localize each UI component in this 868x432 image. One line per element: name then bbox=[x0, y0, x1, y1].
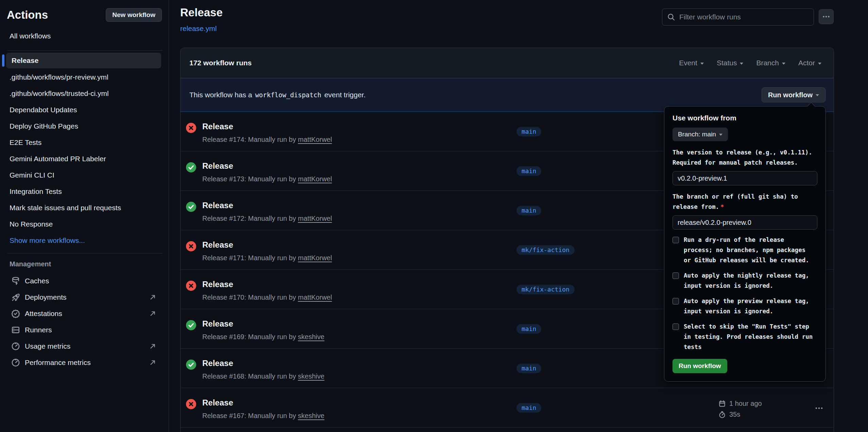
filter-actor[interactable]: Actor bbox=[798, 59, 821, 67]
sidebar-item-performance-metrics[interactable]: Performance metrics bbox=[0, 354, 169, 371]
chevron-down-icon bbox=[700, 63, 704, 66]
actor-link[interactable]: skeshive bbox=[298, 372, 324, 380]
ref-input[interactable] bbox=[673, 215, 817, 230]
run-title-link[interactable]: Release bbox=[202, 201, 233, 210]
page-title: Release bbox=[180, 6, 223, 19]
run-time: 1 hour ago bbox=[729, 400, 762, 408]
run-title-link[interactable]: Release bbox=[202, 240, 233, 250]
sidebar-item-release-selected[interactable]: Release bbox=[6, 53, 161, 68]
sidebar-item-workflow[interactable]: Gemini Automated PR Labeler bbox=[0, 151, 169, 167]
chevron-down-icon bbox=[818, 63, 821, 66]
actor-link[interactable]: mattKorwel bbox=[298, 215, 332, 222]
run-workflow-submit-button[interactable]: Run workflow bbox=[673, 359, 727, 373]
sidebar-item-usage-metrics[interactable]: Usage metrics bbox=[0, 338, 169, 354]
run-title-link[interactable]: Release bbox=[202, 280, 233, 289]
sidebar-item-label: Deployments bbox=[25, 293, 67, 301]
workflow-options-kebab-button[interactable] bbox=[819, 9, 834, 24]
management-section-title: Management bbox=[10, 260, 51, 268]
sidebar-item-workflow[interactable]: .github/workflows/pr-review.yml bbox=[0, 69, 169, 85]
sidebar-item-workflow[interactable]: .github/workflows/trusted-ci.yml bbox=[0, 85, 169, 102]
dry-run-option: Run a dry-run of the release process; no… bbox=[673, 235, 817, 265]
preview-tag-checkbox[interactable] bbox=[673, 298, 679, 304]
dry-run-checkbox[interactable] bbox=[673, 237, 679, 243]
sidebar-item-all-workflows[interactable]: All workflows bbox=[10, 32, 51, 40]
branch-badge[interactable]: main bbox=[516, 403, 541, 413]
filter-branch[interactable]: Branch bbox=[756, 59, 785, 67]
branch-badge[interactable]: main bbox=[516, 127, 541, 136]
run-description: Release #169: Manually run by skeshive bbox=[202, 333, 324, 341]
sidebar-item-label: Performance metrics bbox=[25, 359, 91, 367]
nightly-tag-option: Auto apply the nightly release tag, inpu… bbox=[673, 270, 817, 291]
sidebar-item-workflow[interactable]: Mark stale issues and pull requests bbox=[0, 200, 169, 216]
filter-status[interactable]: Status bbox=[717, 59, 744, 67]
show-more-workflows-link[interactable]: Show more workflows... bbox=[0, 232, 169, 249]
meter-icon bbox=[11, 358, 20, 367]
sidebar-item-label: Attestations bbox=[25, 310, 62, 318]
sidebar-item-workflow[interactable]: Dependabot Updates bbox=[0, 102, 169, 118]
branch-badge[interactable]: main bbox=[516, 324, 541, 334]
actor-link[interactable]: mattKorwel bbox=[298, 254, 332, 262]
branch-badge[interactable]: main bbox=[516, 364, 541, 373]
failure-icon bbox=[186, 399, 196, 409]
sidebar-item-workflow[interactable]: Gemini CLI CI bbox=[0, 167, 169, 183]
sidebar-item-attestations[interactable]: Attestations bbox=[0, 305, 169, 322]
branch-selector-button[interactable]: Branch: main bbox=[673, 128, 728, 141]
success-icon bbox=[186, 360, 196, 370]
branch-badge[interactable]: main bbox=[516, 166, 541, 176]
run-description: Release #167: Manually run by skeshive bbox=[202, 412, 324, 420]
new-workflow-button[interactable]: New workflow bbox=[106, 8, 162, 22]
sidebar-item-workflow[interactable]: No Response bbox=[0, 216, 169, 232]
branch-badge[interactable]: mk/fix-action bbox=[516, 245, 575, 255]
run-title-link[interactable]: Release bbox=[202, 359, 233, 368]
rocket-icon bbox=[11, 293, 20, 302]
failure-icon bbox=[186, 281, 196, 291]
run-title-link[interactable]: Release bbox=[202, 398, 233, 408]
nightly-tag-checkbox[interactable] bbox=[673, 272, 679, 279]
sidebar-item-workflow[interactable]: Integration Tests bbox=[0, 183, 169, 200]
external-link-icon bbox=[149, 294, 156, 301]
run-description: Release #174: Manually run by mattKorwel bbox=[202, 136, 332, 144]
kebab-icon bbox=[822, 13, 830, 21]
run-count: 172 workflow runs bbox=[189, 59, 252, 67]
actor-link[interactable]: skeshive bbox=[298, 412, 324, 419]
selected-indicator-bar bbox=[2, 54, 4, 67]
stopwatch-icon bbox=[718, 411, 726, 418]
actor-link[interactable]: mattKorwel bbox=[298, 136, 332, 143]
checkbox-label: Auto apply the nightly release tag, inpu… bbox=[684, 270, 816, 291]
skip-tests-checkbox[interactable] bbox=[673, 323, 679, 330]
run-description: Release #173: Manually run by mattKorwel bbox=[202, 175, 332, 183]
external-link-icon bbox=[149, 359, 156, 366]
sidebar-item-label: Runners bbox=[25, 326, 52, 334]
branch-badge[interactable]: mk/fix-action bbox=[516, 285, 575, 294]
run-workflow-panel: Use workflow from Branch: main The versi… bbox=[664, 106, 826, 382]
run-workflow-dropdown-button[interactable]: Run workflow bbox=[762, 87, 826, 102]
run-options-kebab-button[interactable] bbox=[812, 403, 827, 413]
kebab-icon bbox=[815, 404, 823, 413]
version-input[interactable] bbox=[673, 171, 817, 185]
search-input[interactable] bbox=[679, 13, 809, 21]
workflow-file-link[interactable]: release.yml bbox=[180, 24, 217, 33]
sidebar-item-caches[interactable]: Caches bbox=[0, 273, 169, 289]
branch-badge[interactable]: main bbox=[516, 206, 541, 215]
checkbox-label: Auto apply the preview release tag, inpu… bbox=[684, 296, 816, 316]
filter-event[interactable]: Event bbox=[679, 59, 704, 67]
checkbox-label: Run a dry-run of the release process; no… bbox=[684, 235, 816, 265]
sidebar-item-workflow[interactable]: Deploy GitHub Pages bbox=[0, 118, 169, 134]
actor-link[interactable]: mattKorwel bbox=[298, 294, 332, 301]
sidebar-item-workflow[interactable]: E2E Tests bbox=[0, 134, 169, 151]
required-marker: * bbox=[720, 203, 724, 210]
run-title-link[interactable]: Release bbox=[202, 122, 233, 131]
chevron-down-icon bbox=[740, 63, 743, 66]
chevron-down-icon bbox=[782, 63, 785, 66]
version-input-label: The version to release (e.g., v0.1.11). … bbox=[673, 147, 817, 168]
sidebar-item-label: Caches bbox=[25, 277, 49, 285]
failure-icon bbox=[186, 241, 196, 251]
sidebar-item-deployments[interactable]: Deployments bbox=[0, 289, 169, 305]
actor-link[interactable]: mattKorwel bbox=[298, 175, 332, 183]
search-icon bbox=[667, 13, 675, 21]
run-title-link[interactable]: Release bbox=[202, 319, 233, 329]
actor-link[interactable]: skeshive bbox=[298, 333, 324, 340]
sidebar-item-runners[interactable]: Runners bbox=[0, 322, 169, 338]
run-title-link[interactable]: Release bbox=[202, 161, 233, 171]
runs-list-header: 172 workflow runs Event Status Branch Ac… bbox=[181, 48, 834, 78]
